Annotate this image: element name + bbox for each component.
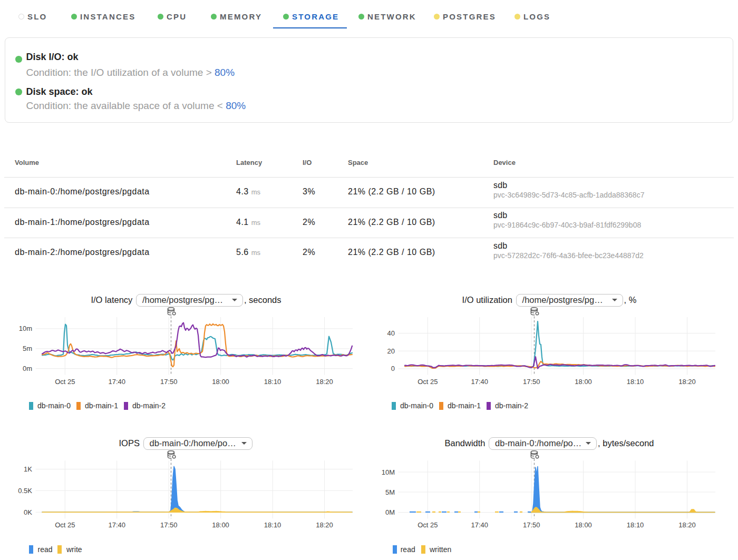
- svg-text:Oct 25: Oct 25: [55, 378, 75, 386]
- svg-text:18:10: 18:10: [627, 378, 644, 386]
- svg-text:5m: 5m: [23, 345, 32, 352]
- svg-text:1K: 1K: [24, 465, 32, 473]
- svg-text:40: 40: [387, 329, 395, 337]
- svg-text:Oct 25: Oct 25: [417, 378, 438, 386]
- svg-text:17:40: 17:40: [471, 378, 488, 386]
- svg-text:18:00: 18:00: [575, 378, 592, 386]
- svg-text:18:00: 18:00: [212, 378, 229, 386]
- svg-text:17:50: 17:50: [523, 521, 540, 529]
- svg-text:10m: 10m: [19, 325, 32, 332]
- svg-text:17:40: 17:40: [108, 521, 125, 529]
- svg-text:Oct 25: Oct 25: [55, 521, 75, 529]
- svg-text:18:10: 18:10: [264, 378, 281, 386]
- svg-text:0.5K: 0.5K: [18, 487, 32, 495]
- svg-text:18:20: 18:20: [678, 521, 696, 529]
- svg-text:18:20: 18:20: [316, 378, 333, 386]
- svg-text:18:10: 18:10: [627, 521, 644, 529]
- svg-text:0K: 0K: [24, 508, 32, 516]
- svg-text:17:50: 17:50: [523, 378, 540, 386]
- svg-text:20: 20: [387, 347, 395, 355]
- svg-text:18:00: 18:00: [212, 521, 229, 529]
- svg-text:18:20: 18:20: [316, 521, 333, 529]
- svg-text:5M: 5M: [385, 488, 395, 496]
- svg-text:17:40: 17:40: [108, 378, 125, 386]
- svg-text:0M: 0M: [385, 508, 395, 516]
- svg-text:18:10: 18:10: [264, 521, 281, 529]
- svg-text:17:50: 17:50: [160, 378, 178, 386]
- svg-text:17:40: 17:40: [471, 521, 488, 529]
- svg-text:Oct 25: Oct 25: [417, 521, 438, 529]
- svg-text:10M: 10M: [382, 468, 395, 476]
- svg-text:0m: 0m: [23, 365, 32, 372]
- svg-text:0: 0: [391, 365, 395, 372]
- svg-text:18:20: 18:20: [678, 378, 696, 386]
- svg-text:17:50: 17:50: [160, 521, 178, 529]
- svg-text:18:00: 18:00: [575, 521, 592, 529]
